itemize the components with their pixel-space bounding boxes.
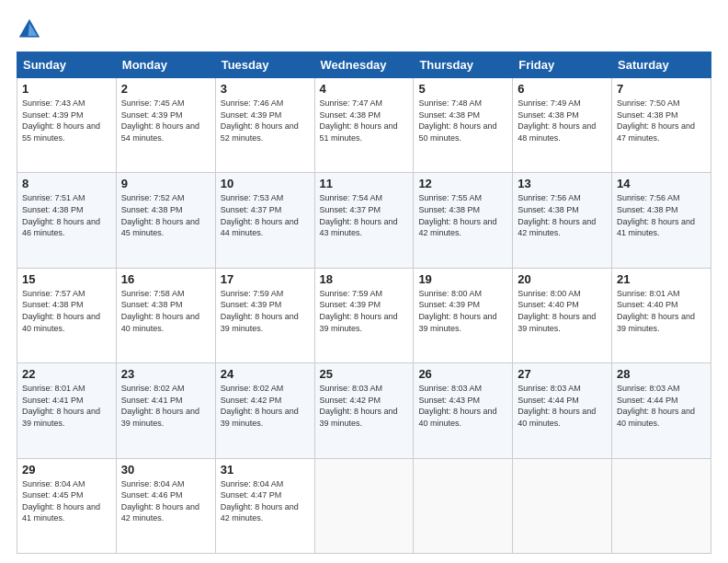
day-number: 27 xyxy=(518,367,607,381)
header xyxy=(17,17,711,42)
day-info: Sunrise: 7:59 AMSunset: 4:39 PMDaylight:… xyxy=(221,288,310,334)
day-number: 31 xyxy=(221,463,310,477)
day-cell: 12Sunrise: 7:55 AMSunset: 4:38 PMDayligh… xyxy=(414,173,513,268)
day-cell: 23Sunrise: 8:02 AMSunset: 4:41 PMDayligh… xyxy=(116,363,215,458)
header-tuesday: Tuesday xyxy=(215,52,314,78)
day-cell: 25Sunrise: 8:03 AMSunset: 4:42 PMDayligh… xyxy=(314,363,414,458)
header-sunday: Sunday xyxy=(17,52,117,78)
day-number: 2 xyxy=(121,82,210,96)
day-info: Sunrise: 8:04 AMSunset: 4:46 PMDaylight:… xyxy=(121,478,210,524)
page: SundayMondayTuesdayWednesdayThursdayFrid… xyxy=(0,0,728,563)
day-cell: 27Sunrise: 8:03 AMSunset: 4:44 PMDayligh… xyxy=(513,363,612,458)
day-number: 8 xyxy=(22,177,111,190)
day-info: Sunrise: 7:48 AMSunset: 4:38 PMDaylight:… xyxy=(418,98,507,144)
day-info: Sunrise: 8:03 AMSunset: 4:44 PMDaylight:… xyxy=(518,383,607,429)
day-cell: 22Sunrise: 8:01 AMSunset: 4:41 PMDayligh… xyxy=(17,363,117,458)
header-monday: Monday xyxy=(116,52,215,78)
day-cell: 4Sunrise: 7:47 AMSunset: 4:38 PMDaylight… xyxy=(314,78,414,173)
day-cell: 17Sunrise: 7:59 AMSunset: 4:39 PMDayligh… xyxy=(215,268,314,362)
day-info: Sunrise: 8:04 AMSunset: 4:45 PMDaylight:… xyxy=(22,478,111,524)
day-info: Sunrise: 7:56 AMSunset: 4:38 PMDaylight:… xyxy=(518,192,607,238)
day-number: 20 xyxy=(518,272,607,286)
day-number: 21 xyxy=(617,272,706,286)
day-info: Sunrise: 8:01 AMSunset: 4:41 PMDaylight:… xyxy=(22,383,111,429)
day-info: Sunrise: 7:47 AMSunset: 4:38 PMDaylight:… xyxy=(320,98,409,144)
day-info: Sunrise: 7:53 AMSunset: 4:37 PMDaylight:… xyxy=(221,192,310,238)
day-info: Sunrise: 8:03 AMSunset: 4:43 PMDaylight:… xyxy=(418,383,507,429)
day-cell: 2Sunrise: 7:45 AMSunset: 4:39 PMDaylight… xyxy=(116,78,215,173)
day-number: 23 xyxy=(121,367,210,381)
calendar-table: SundayMondayTuesdayWednesdayThursdayFrid… xyxy=(17,52,711,554)
week-row-2: 8Sunrise: 7:51 AMSunset: 4:38 PMDaylight… xyxy=(17,173,711,268)
day-number: 29 xyxy=(22,463,111,477)
day-number: 22 xyxy=(22,367,111,381)
day-info: Sunrise: 7:49 AMSunset: 4:38 PMDaylight:… xyxy=(518,98,607,144)
day-info: Sunrise: 8:03 AMSunset: 4:42 PMDaylight:… xyxy=(320,383,409,429)
week-row-3: 15Sunrise: 7:57 AMSunset: 4:38 PMDayligh… xyxy=(17,268,711,362)
week-row-1: 1Sunrise: 7:43 AMSunset: 4:39 PMDaylight… xyxy=(17,78,711,173)
day-cell: 21Sunrise: 8:01 AMSunset: 4:40 PMDayligh… xyxy=(612,268,711,362)
day-cell: 16Sunrise: 7:58 AMSunset: 4:38 PMDayligh… xyxy=(116,268,215,362)
day-info: Sunrise: 7:43 AMSunset: 4:39 PMDaylight:… xyxy=(22,98,111,144)
day-cell: 3Sunrise: 7:46 AMSunset: 4:39 PMDaylight… xyxy=(215,78,314,173)
day-number: 7 xyxy=(617,82,706,96)
day-info: Sunrise: 8:04 AMSunset: 4:47 PMDaylight:… xyxy=(221,478,310,524)
day-cell: 29Sunrise: 8:04 AMSunset: 4:45 PMDayligh… xyxy=(17,458,117,553)
day-number: 9 xyxy=(121,177,210,190)
day-cell: 5Sunrise: 7:48 AMSunset: 4:38 PMDaylight… xyxy=(414,78,513,173)
logo-icon xyxy=(17,17,42,42)
day-number: 11 xyxy=(320,177,409,190)
day-info: Sunrise: 7:59 AMSunset: 4:39 PMDaylight:… xyxy=(320,288,409,334)
header-thursday: Thursday xyxy=(414,52,513,78)
day-cell xyxy=(513,458,612,553)
day-info: Sunrise: 8:00 AMSunset: 4:40 PMDaylight:… xyxy=(518,288,607,334)
day-cell: 18Sunrise: 7:59 AMSunset: 4:39 PMDayligh… xyxy=(314,268,414,362)
day-info: Sunrise: 7:57 AMSunset: 4:38 PMDaylight:… xyxy=(22,288,111,334)
day-number: 4 xyxy=(320,82,409,96)
day-info: Sunrise: 8:02 AMSunset: 4:41 PMDaylight:… xyxy=(121,383,210,429)
day-cell: 11Sunrise: 7:54 AMSunset: 4:37 PMDayligh… xyxy=(314,173,414,268)
day-cell: 24Sunrise: 8:02 AMSunset: 4:42 PMDayligh… xyxy=(215,363,314,458)
day-info: Sunrise: 7:56 AMSunset: 4:38 PMDaylight:… xyxy=(617,192,706,238)
day-info: Sunrise: 8:00 AMSunset: 4:39 PMDaylight:… xyxy=(418,288,507,334)
day-number: 15 xyxy=(22,272,111,286)
day-cell: 10Sunrise: 7:53 AMSunset: 4:37 PMDayligh… xyxy=(215,173,314,268)
header-friday: Friday xyxy=(513,52,612,78)
day-number: 30 xyxy=(121,463,210,477)
day-number: 25 xyxy=(320,367,409,381)
day-number: 3 xyxy=(221,82,310,96)
header-wednesday: Wednesday xyxy=(314,52,414,78)
day-number: 10 xyxy=(221,177,310,190)
day-number: 19 xyxy=(418,272,507,286)
day-info: Sunrise: 7:46 AMSunset: 4:39 PMDaylight:… xyxy=(221,98,310,144)
day-info: Sunrise: 7:45 AMSunset: 4:39 PMDaylight:… xyxy=(121,98,210,144)
day-number: 5 xyxy=(418,82,507,96)
day-number: 16 xyxy=(121,272,210,286)
day-cell: 28Sunrise: 8:03 AMSunset: 4:44 PMDayligh… xyxy=(612,363,711,458)
day-number: 24 xyxy=(221,367,310,381)
header-row: SundayMondayTuesdayWednesdayThursdayFrid… xyxy=(17,52,711,78)
day-cell: 1Sunrise: 7:43 AMSunset: 4:39 PMDaylight… xyxy=(17,78,117,173)
logo xyxy=(17,17,46,42)
day-cell xyxy=(414,458,513,553)
day-cell xyxy=(314,458,414,553)
day-cell xyxy=(612,458,711,553)
day-number: 6 xyxy=(518,82,607,96)
day-number: 26 xyxy=(418,367,507,381)
day-info: Sunrise: 7:55 AMSunset: 4:38 PMDaylight:… xyxy=(418,192,507,238)
day-cell: 30Sunrise: 8:04 AMSunset: 4:46 PMDayligh… xyxy=(116,458,215,553)
day-info: Sunrise: 8:02 AMSunset: 4:42 PMDaylight:… xyxy=(221,383,310,429)
week-row-5: 29Sunrise: 8:04 AMSunset: 4:45 PMDayligh… xyxy=(17,458,711,553)
header-saturday: Saturday xyxy=(612,52,711,78)
day-number: 12 xyxy=(418,177,507,190)
day-info: Sunrise: 7:52 AMSunset: 4:38 PMDaylight:… xyxy=(121,192,210,238)
day-number: 13 xyxy=(518,177,607,190)
day-cell: 31Sunrise: 8:04 AMSunset: 4:47 PMDayligh… xyxy=(215,458,314,553)
day-number: 17 xyxy=(221,272,310,286)
day-cell: 9Sunrise: 7:52 AMSunset: 4:38 PMDaylight… xyxy=(116,173,215,268)
day-number: 18 xyxy=(320,272,409,286)
day-number: 28 xyxy=(617,367,706,381)
day-info: Sunrise: 7:51 AMSunset: 4:38 PMDaylight:… xyxy=(22,192,111,238)
day-info: Sunrise: 7:58 AMSunset: 4:38 PMDaylight:… xyxy=(121,288,210,334)
day-info: Sunrise: 7:54 AMSunset: 4:37 PMDaylight:… xyxy=(320,192,409,238)
